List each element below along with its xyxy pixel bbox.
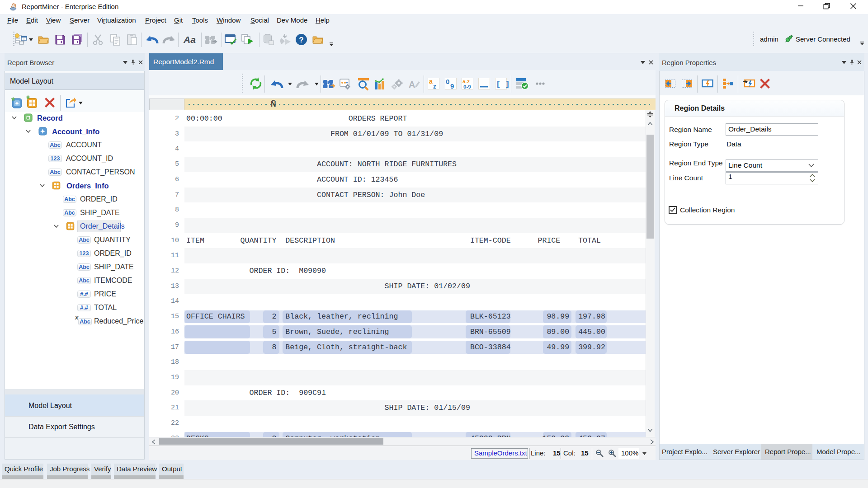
svg-text:[ ]: [ ]: [496, 80, 510, 89]
svg-text:A: A: [409, 80, 415, 89]
svg-text:9: 9: [450, 82, 454, 90]
svg-text:?: ?: [299, 36, 303, 44]
svg-text:z: z: [433, 83, 436, 90]
svg-text:a-z: a-z: [462, 79, 470, 84]
svg-text:0: 0: [446, 78, 449, 85]
svg-text:0-9: 0-9: [463, 84, 471, 89]
svg-text:a: a: [429, 78, 433, 85]
